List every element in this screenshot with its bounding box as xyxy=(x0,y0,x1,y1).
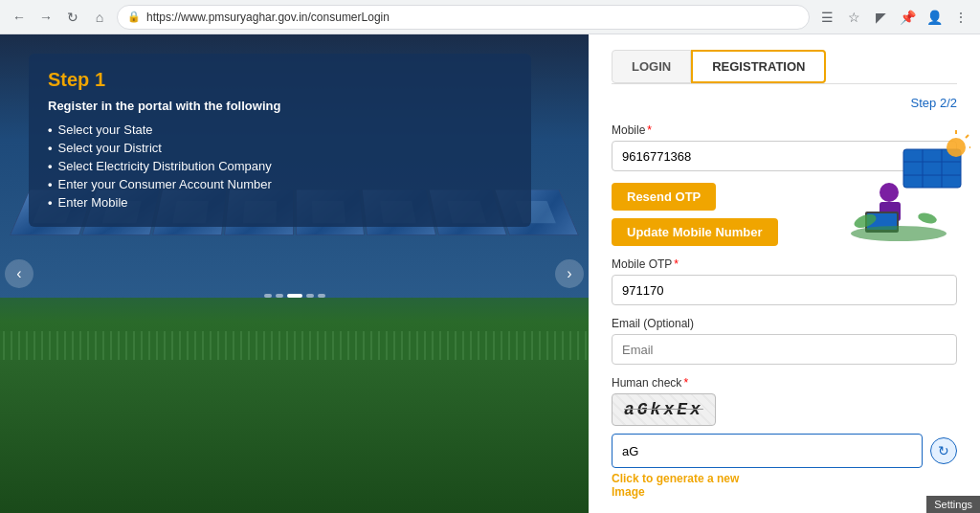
svg-line-7 xyxy=(966,135,969,138)
auth-tabs: LOGIN REGISTRATION xyxy=(612,50,957,84)
step-indicator: Step 2/2 xyxy=(612,96,957,110)
grass xyxy=(0,331,589,513)
forward-button[interactable]: → xyxy=(34,6,57,29)
captcha-input-row: ↻ xyxy=(612,434,957,468)
left-panel: Step 1 Register in the portal with the f… xyxy=(0,34,589,513)
email-input[interactable] xyxy=(612,334,957,365)
browser-actions: ☰ ☆ ◤ 📌 👤 ⋮ xyxy=(815,6,972,29)
carousel-arrow-right[interactable]: › xyxy=(555,259,584,288)
extensions-button[interactable]: ☰ xyxy=(815,6,838,29)
main-content: Step 1 Register in the portal with the f… xyxy=(0,34,980,513)
svg-point-5 xyxy=(947,138,966,157)
tab-registration[interactable]: REGISTRATION xyxy=(691,50,826,83)
captcha-input[interactable] xyxy=(612,434,923,468)
step-list: Select your State Select your District S… xyxy=(48,121,512,212)
lock-icon: 🔒 xyxy=(127,11,141,23)
reload-button[interactable]: ↻ xyxy=(61,6,84,29)
grass-blades xyxy=(0,331,589,360)
human-check-group: Human check* aGkxEx ↻ Click to generate … xyxy=(612,376,957,499)
url-text: https://www.pmsuryaghar.gov.in/consumerL… xyxy=(146,11,390,24)
illustration xyxy=(836,130,970,245)
otp-input[interactable] xyxy=(612,275,957,305)
otp-label: Mobile OTP* xyxy=(612,257,957,271)
right-panel: LOGIN REGISTRATION Step 2/2 Mobile* Rese… xyxy=(589,34,980,513)
settings-button[interactable]: Settings xyxy=(926,496,980,513)
captcha-refresh-button[interactable]: ↻ xyxy=(930,437,957,464)
step-title: Step 1 xyxy=(48,69,512,91)
carousel-dots xyxy=(264,294,325,298)
bookmark-button[interactable]: ☆ xyxy=(842,6,865,29)
dot-3 xyxy=(287,294,302,298)
email-label: Email (Optional) xyxy=(612,317,957,330)
dot-1 xyxy=(264,294,272,298)
home-button[interactable]: ⌂ xyxy=(88,6,111,29)
captcha-image: aGkxEx xyxy=(612,393,716,426)
tab-button[interactable]: ◤ xyxy=(869,6,892,29)
menu-button[interactable]: ⋮ xyxy=(949,6,972,29)
nav-buttons: ← → ↻ ⌂ xyxy=(8,6,111,29)
browser-chrome: ← → ↻ ⌂ 🔒 https://www.pmsuryaghar.gov.in… xyxy=(0,0,980,34)
profile-button[interactable]: 👤 xyxy=(923,6,946,29)
carousel-slide: Step 1 Register in the portal with the f… xyxy=(0,34,589,513)
back-button[interactable]: ← xyxy=(8,6,31,29)
dot-4 xyxy=(306,294,314,298)
tab-login[interactable]: LOGIN xyxy=(612,50,691,83)
dot-2 xyxy=(276,294,283,298)
otp-group: Mobile OTP* xyxy=(612,257,957,305)
list-item: Select your State xyxy=(48,121,512,139)
human-check-label: Human check* xyxy=(612,376,957,390)
svg-point-9 xyxy=(880,183,899,202)
captcha-link[interactable]: Click to generate a new Image xyxy=(612,472,957,499)
resend-otp-button[interactable]: Resend OTP xyxy=(612,183,716,211)
svg-point-13 xyxy=(851,226,947,241)
update-mobile-button[interactable]: Update Mobile Number xyxy=(612,218,778,246)
step-subtitle: Register in the portal with the followin… xyxy=(48,99,512,113)
carousel-arrow-left[interactable]: ‹ xyxy=(5,259,33,288)
email-group: Email (Optional) xyxy=(612,317,957,365)
list-item: Enter your Consumer Account Number xyxy=(48,175,512,193)
list-item: Enter Mobile xyxy=(48,193,512,212)
info-box: Step 1 Register in the portal with the f… xyxy=(29,54,531,227)
dot-5 xyxy=(318,294,325,298)
list-item: Select Electricity Distribution Company xyxy=(48,157,512,175)
list-item: Select your District xyxy=(48,139,512,157)
svg-point-15 xyxy=(917,212,938,226)
address-bar[interactable]: 🔒 https://www.pmsuryaghar.gov.in/consume… xyxy=(117,5,810,30)
pin-button[interactable]: 📌 xyxy=(896,6,919,29)
